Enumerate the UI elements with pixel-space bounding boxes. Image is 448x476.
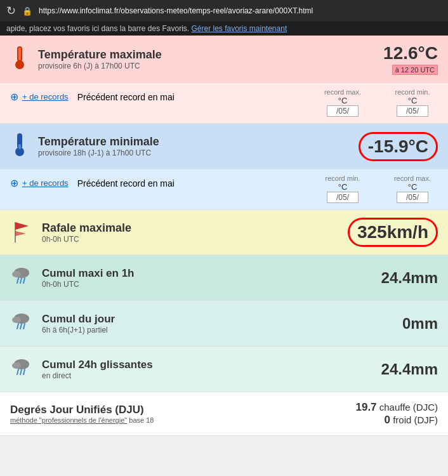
dju-sub: méthode "professionnels de l'énergie" ba… bbox=[10, 416, 346, 424]
svg-line-11 bbox=[17, 278, 18, 283]
dju-froid-label: froid (DJF) bbox=[393, 414, 438, 425]
record-max-col1-unit: °C bbox=[317, 96, 368, 105]
svg-point-15 bbox=[12, 317, 21, 323]
record-max-cols: record max. °C record min. °C bbox=[317, 88, 438, 117]
record-max-col2-unit: °C bbox=[387, 96, 438, 105]
cumul-jour-label-area: Cumul du jour 6h à 6h(J+1) partiel bbox=[42, 313, 393, 334]
temp-min-value-area: -15.9°C bbox=[359, 132, 438, 161]
record-min-col2-unit: °C bbox=[387, 182, 438, 192]
svg-line-12 bbox=[20, 278, 22, 283]
temp-min-label-area: Température minimale provisoire 18h (J-1… bbox=[38, 135, 350, 157]
temp-max-time: à 12 20 UTC bbox=[392, 65, 438, 75]
cumul-jour-value: 0mm bbox=[402, 315, 438, 333]
url-bar[interactable]: https://www.infoclimat.fr/observations-m… bbox=[39, 6, 313, 15]
cumul-24h-label-area: Cumul 24h glissantes en direct bbox=[42, 359, 372, 380]
record-max-label: Précédent record en mai bbox=[77, 92, 175, 102]
dju-title: Degrés Jour Unifiés (DJU) bbox=[10, 404, 346, 416]
svg-line-17 bbox=[20, 324, 22, 329]
record-max-col2-header: record min. bbox=[387, 88, 438, 96]
temp-max-title: Température maximale bbox=[38, 48, 374, 62]
cumul-24h-section: Cumul 24h glissantes en direct 24.4mm bbox=[0, 347, 448, 392]
record-max-link[interactable]: + de records bbox=[22, 92, 69, 102]
temp-min-sub: provisoire 18h (J-1) à 17h00 UTC bbox=[38, 149, 350, 157]
svg-point-20 bbox=[12, 362, 21, 369]
thermometer-hot-icon bbox=[10, 44, 29, 74]
rafale-value: 325km/h bbox=[348, 218, 438, 247]
rain-24h-icon bbox=[10, 355, 33, 383]
cumul-24h-title: Cumul 24h glissantes bbox=[42, 359, 372, 371]
record-min-col1-unit: °C bbox=[317, 182, 368, 192]
svg-marker-7 bbox=[15, 222, 29, 230]
rafale-section: Rafale maximale 0h-0h UTC 325km/h bbox=[0, 210, 448, 255]
thermometer-cold-icon bbox=[10, 131, 29, 161]
record-min-col1-input[interactable] bbox=[327, 192, 359, 203]
lock-icon: 🔒 bbox=[22, 6, 32, 16]
dju-value-area: 19.7 chauffe (DJC) 0 froid (DJF) bbox=[355, 401, 438, 426]
cumul-jour-sub: 6h à 6h(J+1) partiel bbox=[42, 326, 393, 334]
record-max-col1: record max. °C bbox=[317, 88, 368, 117]
dju-label-area: Degrés Jour Unifiés (DJU) méthode "profe… bbox=[10, 404, 346, 424]
temp-max-label-area: Température maximale provisoire 6h (J) à… bbox=[38, 48, 374, 70]
favorites-bar: apide, placez vos favoris ici dans la ba… bbox=[0, 22, 448, 36]
record-max-col2-input[interactable] bbox=[397, 105, 428, 117]
svg-line-16 bbox=[17, 324, 18, 329]
record-max-col1-input[interactable] bbox=[327, 105, 359, 117]
dju-method-link[interactable]: méthode "professionnels de l'énergie" bbox=[10, 416, 127, 424]
rain-maxi-icon bbox=[10, 264, 33, 291]
cumul-maxi-sub: 0h-0h UTC bbox=[42, 280, 372, 289]
temp-max-sub: provisoire 6h (J) à 17h00 UTC bbox=[38, 62, 374, 70]
manage-favorites-link[interactable]: Gérer les favoris maintenant bbox=[191, 24, 287, 33]
rafale-title: Rafale maximale bbox=[42, 221, 339, 235]
record-max-col1-header: record max. bbox=[317, 88, 368, 96]
main-content: Température maximale provisoire 6h (J) à… bbox=[0, 36, 448, 436]
svg-point-10 bbox=[12, 271, 21, 277]
cumul-jour-section: Cumul du jour 6h à 6h(J+1) partiel 0mm bbox=[0, 301, 448, 347]
cumul-24h-sub: en direct bbox=[42, 371, 372, 380]
cumul-maxi-label-area: Cumul maxi en 1h 0h-0h UTC bbox=[42, 267, 372, 289]
temp-min-section: Température minimale provisoire 18h (J-1… bbox=[0, 124, 448, 169]
record-min-cols: record min. °C record max. °C bbox=[317, 175, 438, 203]
svg-line-13 bbox=[23, 278, 25, 283]
svg-line-21 bbox=[17, 369, 18, 374]
dju-froid-row: 0 froid (DJF) bbox=[355, 414, 438, 426]
svg-line-22 bbox=[20, 369, 22, 374]
record-min-row: ⊕ + de records Précédent record en mai r… bbox=[0, 169, 448, 210]
record-min-col2-input[interactable] bbox=[397, 192, 428, 203]
cumul-maxi-section: Cumul maxi en 1h 0h-0h UTC 24.4mm bbox=[0, 255, 448, 301]
dju-chauffe-row: 19.7 chauffe (DJC) bbox=[355, 401, 438, 414]
svg-rect-2 bbox=[18, 48, 21, 60]
record-min-label: Précédent record en mai bbox=[77, 178, 175, 188]
record-min-col1: record min. °C bbox=[317, 175, 368, 203]
record-max-plus-icon[interactable]: ⊕ bbox=[10, 91, 18, 103]
record-min-left: ⊕ + de records Précédent record en mai bbox=[10, 177, 175, 189]
temp-min-value: -15.9°C bbox=[359, 132, 438, 161]
refresh-icon[interactable]: ↻ bbox=[6, 4, 16, 18]
rafale-label-area: Rafale maximale 0h-0h UTC bbox=[42, 221, 339, 244]
dju-section: Degrés Jour Unifiés (DJU) méthode "profe… bbox=[0, 392, 448, 436]
svg-rect-5 bbox=[18, 144, 21, 149]
temp-min-title: Température minimale bbox=[38, 135, 350, 149]
favorites-text: apide, placez vos favoris ici dans la ba… bbox=[6, 24, 189, 33]
dju-chauffe-label: chauffe (DJC) bbox=[379, 402, 438, 413]
record-min-link[interactable]: + de records bbox=[22, 178, 69, 188]
rain-jour-icon bbox=[10, 310, 33, 337]
rafale-value-area: 325km/h bbox=[348, 218, 438, 247]
dju-chauffe-value: 19.7 bbox=[355, 401, 376, 413]
wind-flag-icon bbox=[10, 221, 33, 244]
svg-point-1 bbox=[15, 60, 24, 69]
temp-max-value: 12.6°C bbox=[383, 43, 438, 63]
record-min-col2: record max. °C bbox=[387, 175, 438, 203]
svg-line-23 bbox=[23, 369, 25, 374]
record-min-plus-icon[interactable]: ⊕ bbox=[10, 177, 18, 189]
cumul-jour-title: Cumul du jour bbox=[42, 313, 393, 326]
temp-max-section: Température maximale provisoire 6h (J) à… bbox=[0, 36, 448, 83]
rafale-sub: 0h-0h UTC bbox=[42, 235, 339, 244]
cumul-maxi-title: Cumul maxi en 1h bbox=[42, 267, 372, 280]
cumul-24h-value: 24.4mm bbox=[381, 360, 438, 378]
record-min-col1-header: record min. bbox=[317, 175, 368, 182]
cumul-maxi-value: 24.4mm bbox=[381, 269, 438, 287]
svg-line-18 bbox=[23, 324, 25, 329]
dju-froid-value: 0 bbox=[385, 414, 390, 426]
record-max-left: ⊕ + de records Précédent record en mai bbox=[10, 91, 175, 103]
record-min-col2-header: record max. bbox=[387, 175, 438, 182]
